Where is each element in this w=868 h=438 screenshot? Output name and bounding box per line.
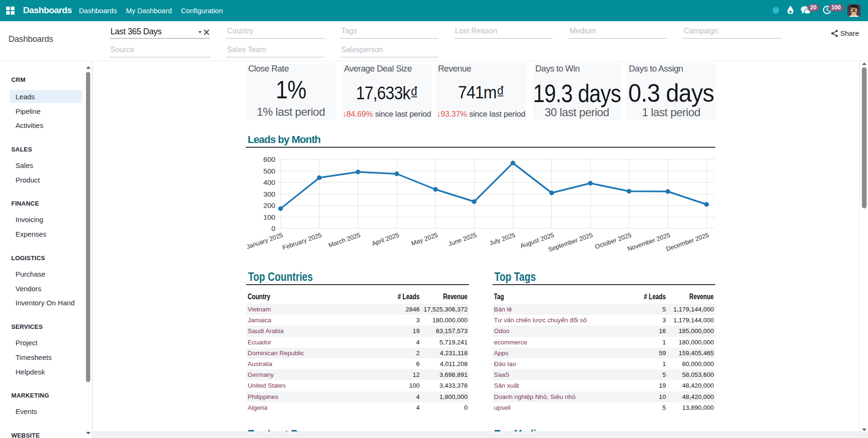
- svg-text:400: 400: [263, 178, 275, 186]
- svg-text:0: 0: [271, 224, 275, 232]
- svg-text:February 2025: February 2025: [282, 231, 322, 252]
- svg-text:November 2025: November 2025: [626, 231, 671, 253]
- svg-text:100: 100: [263, 213, 275, 221]
- svg-text:June 2025: June 2025: [447, 231, 477, 248]
- svg-text:300: 300: [263, 190, 275, 198]
- svg-text:May 2025: May 2025: [410, 231, 438, 247]
- svg-text:500: 500: [263, 167, 275, 175]
- svg-text:July 2025: July 2025: [488, 231, 516, 247]
- svg-text:600: 600: [263, 155, 275, 163]
- svg-text:200: 200: [263, 201, 275, 209]
- svg-text:March 2025: March 2025: [328, 231, 361, 249]
- svg-text:September 2025: September 2025: [547, 231, 594, 253]
- svg-text:December 2025: December 2025: [665, 231, 710, 253]
- svg-text:April 2025: April 2025: [371, 231, 400, 247]
- svg-text:January 2025: January 2025: [247, 231, 284, 251]
